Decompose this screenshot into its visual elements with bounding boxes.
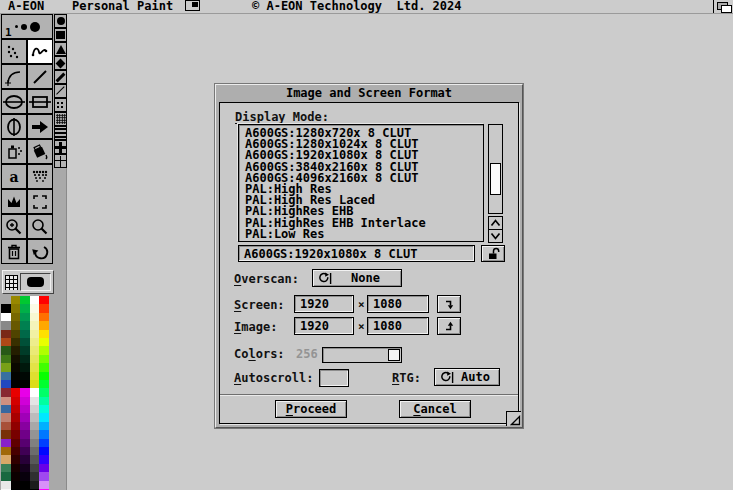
palette-swatch[interactable] xyxy=(39,481,49,489)
undo-tool[interactable] xyxy=(27,239,53,264)
window-resize-gadget[interactable] xyxy=(506,411,521,426)
proceed-button[interactable]: Proceed xyxy=(275,400,347,418)
palette-swatch[interactable] xyxy=(30,472,40,480)
overscan-cycle[interactable]: None xyxy=(312,269,402,287)
palette-swatch[interactable] xyxy=(11,430,21,438)
oval-tool[interactable] xyxy=(1,114,27,139)
palette-swatch[interactable] xyxy=(39,380,49,388)
rtg-cycle[interactable]: Auto xyxy=(434,368,500,386)
palette-swatch[interactable] xyxy=(1,321,11,329)
palette-swatch[interactable] xyxy=(39,372,49,380)
palette-swatch[interactable] xyxy=(30,346,40,354)
palette-swatch[interactable] xyxy=(11,330,21,338)
palette-swatch[interactable] xyxy=(30,304,40,312)
palette-swatch[interactable] xyxy=(11,422,21,430)
palette-swatch[interactable] xyxy=(39,346,49,354)
palette-swatch[interactable] xyxy=(11,455,21,463)
palette-swatch[interactable] xyxy=(11,481,21,489)
palette-swatch[interactable] xyxy=(1,380,11,388)
scrollbar-track[interactable] xyxy=(488,124,503,214)
curve-tool[interactable] xyxy=(1,64,27,89)
palette-swatch[interactable] xyxy=(1,439,11,447)
clear-tool[interactable] xyxy=(1,239,27,264)
palette-swatch[interactable] xyxy=(30,313,40,321)
colors-slider-knob[interactable] xyxy=(388,349,400,361)
magnify-tool[interactable] xyxy=(27,214,53,239)
palette-swatch[interactable] xyxy=(30,330,40,338)
zoom-in-tool[interactable] xyxy=(1,214,27,239)
palette-swatch[interactable] xyxy=(30,422,40,430)
palette-swatch[interactable] xyxy=(20,422,30,430)
palette-swatch[interactable] xyxy=(11,464,21,472)
palette-swatch[interactable] xyxy=(11,472,21,480)
palette-swatch[interactable] xyxy=(1,472,11,480)
palette-swatch[interactable] xyxy=(20,338,30,346)
brush-square[interactable] xyxy=(54,28,67,42)
brush-circle[interactable] xyxy=(54,14,67,28)
screen-height-field[interactable]: 1080 xyxy=(367,295,429,313)
palette-swatch[interactable] xyxy=(1,363,11,371)
palette-swatch[interactable] xyxy=(11,338,21,346)
palette-swatch[interactable] xyxy=(39,321,49,329)
palette-swatch[interactable] xyxy=(1,338,11,346)
airbrush-tool[interactable] xyxy=(1,139,27,164)
palette-swatch[interactable] xyxy=(20,455,30,463)
palette-swatch[interactable] xyxy=(1,405,11,413)
screen-title-bar[interactable]: A-EON Personal Paint © A-EON Technology … xyxy=(0,0,733,14)
brush-size-tool[interactable]: 1 xyxy=(1,14,53,39)
palette-swatch[interactable] xyxy=(20,430,30,438)
freehand-tool[interactable] xyxy=(27,39,53,64)
palette-swatch[interactable] xyxy=(39,405,49,413)
brush-plus-filled[interactable] xyxy=(54,140,67,154)
colors-slider[interactable] xyxy=(322,347,402,363)
palette-swatch[interactable] xyxy=(11,380,21,388)
palette-swatch[interactable] xyxy=(11,296,21,304)
palette-swatch[interactable] xyxy=(11,413,21,421)
brush-triangle[interactable] xyxy=(54,42,67,56)
dotted-freehand-tool[interactable] xyxy=(1,39,27,64)
brush-plus-outline[interactable] xyxy=(54,154,67,168)
palette-swatch[interactable] xyxy=(1,464,11,472)
autoscroll-checkbox[interactable] xyxy=(319,369,349,387)
palette-swatch[interactable] xyxy=(11,346,21,354)
palette-swatch[interactable] xyxy=(30,455,40,463)
palette-swatch[interactable] xyxy=(11,313,21,321)
palette-swatch[interactable] xyxy=(39,330,49,338)
palette-swatch[interactable] xyxy=(20,330,30,338)
palette-swatch[interactable] xyxy=(1,388,11,396)
cancel-button[interactable]: Cancel xyxy=(399,400,471,418)
fill-arrow-tool[interactable] xyxy=(27,114,53,139)
current-color-box[interactable] xyxy=(20,273,51,291)
palette-swatch[interactable] xyxy=(11,355,21,363)
palette-swatch[interactable] xyxy=(30,397,40,405)
palette-swatch[interactable] xyxy=(39,455,49,463)
brush-dense-dots[interactable] xyxy=(54,112,67,126)
palette-swatch[interactable] xyxy=(1,413,11,421)
palette-swatch[interactable] xyxy=(20,313,30,321)
palette-swatch[interactable] xyxy=(30,363,40,371)
palette-swatch[interactable] xyxy=(20,413,30,421)
palette-swatch[interactable] xyxy=(30,372,40,380)
palette-swatch[interactable] xyxy=(11,321,21,329)
palette-swatch[interactable] xyxy=(39,439,49,447)
palette-swatch[interactable] xyxy=(20,363,30,371)
palette-swatch[interactable] xyxy=(39,363,49,371)
palette-swatch[interactable] xyxy=(39,430,49,438)
palette-swatch[interactable] xyxy=(1,447,11,455)
palette-swatch[interactable] xyxy=(39,447,49,455)
palette-swatch[interactable] xyxy=(1,330,11,338)
palette-swatch[interactable] xyxy=(30,447,40,455)
palette-swatch[interactable] xyxy=(39,422,49,430)
palette-swatch[interactable] xyxy=(1,313,11,321)
copy-image-to-screen-button[interactable] xyxy=(437,317,461,335)
copy-screen-to-image-button[interactable] xyxy=(437,295,461,313)
rectangle-tool[interactable] xyxy=(27,89,53,114)
list-item[interactable]: PAL:Low Res xyxy=(245,229,483,240)
palette-swatch[interactable] xyxy=(1,296,11,304)
palette-swatch[interactable] xyxy=(30,405,40,413)
palette-swatch[interactable] xyxy=(30,321,40,329)
palette-swatch[interactable] xyxy=(39,413,49,421)
palette-swatch[interactable] xyxy=(39,472,49,480)
palette-swatch[interactable] xyxy=(1,346,11,354)
palette-swatch[interactable] xyxy=(20,346,30,354)
